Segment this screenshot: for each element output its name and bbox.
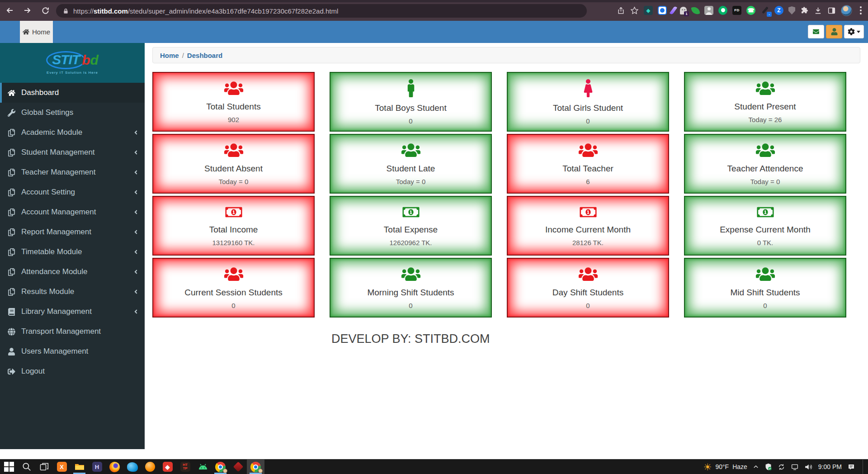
money-icon	[755, 205, 776, 221]
money-icon	[401, 205, 421, 221]
volume-icon[interactable]	[804, 463, 813, 471]
sidebar-item-attendance-module[interactable]: Attendance Module	[0, 262, 145, 282]
search-button[interactable]	[18, 460, 35, 474]
card-value: Today = 0	[750, 178, 780, 185]
chevron-left-icon	[134, 189, 138, 195]
stat-card: Total Expense 12620962 TK.	[330, 196, 492, 256]
card-title: Mid Shift Students	[730, 288, 800, 298]
address-bar[interactable]: https://stitbd.com/stedu/super_admin/ind…	[56, 4, 587, 18]
person-extension[interactable]	[704, 6, 713, 15]
green-circle-extension[interactable]	[718, 6, 727, 15]
windows-taskbar: XH◆HT TP ☀ 90°F Haze 9:00 PM	[0, 459, 868, 474]
weather-widget[interactable]: ☀ 90°F Haze	[703, 462, 747, 472]
download-icon[interactable]	[814, 6, 822, 15]
sidebar-item-academic-module[interactable]: Academic Module	[0, 123, 145, 142]
sidebar-item-report-management[interactable]: Report Management	[0, 222, 145, 242]
money-icon	[578, 205, 599, 221]
browser-menu-icon[interactable]	[860, 9, 862, 11]
sidebar-item-dashboard[interactable]: Dashboard	[0, 83, 145, 103]
side-panel-icon[interactable]	[827, 6, 836, 15]
bookmark-star-icon[interactable]	[630, 6, 639, 15]
sidebar-item-global-settings[interactable]: Global Settings	[0, 103, 145, 123]
sidebar-item-teacher-management[interactable]: Teacher Management	[0, 162, 145, 182]
extensions-puzzle-icon[interactable]	[800, 6, 809, 15]
shield-extension[interactable]	[788, 6, 795, 14]
copy-icon	[7, 149, 16, 156]
users-icon	[578, 142, 599, 160]
settings-button[interactable]	[844, 25, 864, 38]
fd-extension[interactable]: FD	[732, 6, 741, 15]
chrome-profile-badge	[223, 469, 227, 473]
breadcrumb: Home / Deshboard	[152, 47, 860, 63]
task-view-button[interactable]	[35, 460, 53, 474]
tray-chevron-up-icon[interactable]	[753, 464, 759, 470]
stat-card: Total Students 902	[152, 72, 315, 132]
users-icon	[401, 142, 421, 160]
card-value: 0	[409, 302, 412, 309]
ghost-extension[interactable]: 1	[680, 7, 687, 14]
sidebar-item-label: Teacher Management	[21, 168, 95, 177]
wrench-icon	[7, 109, 16, 117]
android-studio-icon[interactable]	[194, 460, 212, 474]
browser-profile-avatar[interactable]	[841, 5, 852, 16]
stat-card: Teacher Attendence Today = 0	[684, 134, 846, 194]
start-button[interactable]	[0, 460, 18, 474]
sidebar-item-timetable-module[interactable]: Timetable Module	[0, 242, 145, 262]
card-title: Expense Current Month	[720, 225, 811, 235]
http-tool-icon[interactable]: HT TP	[176, 460, 194, 474]
sidebar-item-results-module[interactable]: Results Module	[0, 282, 145, 302]
users-icon	[223, 142, 244, 160]
logo-d-text: d	[90, 53, 99, 67]
breadcrumb-home-link[interactable]: Home	[160, 52, 179, 59]
card-title: Student Late	[387, 164, 435, 174]
record-extension[interactable]	[658, 6, 667, 15]
sidebar-item-transport-management[interactable]: Transport Management	[0, 322, 145, 341]
orange-app-icon[interactable]	[141, 460, 159, 474]
editor-h-icon[interactable]: H	[88, 460, 106, 474]
xampp-icon[interactable]: X	[53, 460, 71, 474]
z-extension[interactable]: Z	[774, 6, 783, 15]
notification-center-icon[interactable]	[847, 463, 855, 471]
sidebar-item-student-management[interactable]: Student Management	[0, 142, 145, 162]
share-icon[interactable]	[617, 6, 625, 15]
network-icon[interactable]	[791, 463, 799, 471]
gear-icon	[848, 28, 855, 35]
chrome-profile1-icon[interactable]	[212, 460, 229, 474]
diamond-extension[interactable]: ◆	[644, 6, 653, 15]
show-desktop-button[interactable]	[863, 460, 865, 474]
sidebar-item-account-management[interactable]: Account Management	[0, 202, 145, 222]
ruby-app-icon[interactable]	[229, 460, 247, 474]
card-value: 12620962 TK.	[390, 239, 432, 246]
whatsapp-extension[interactable]: ☎	[746, 6, 755, 15]
lock-icon	[62, 8, 69, 14]
sidebar-item-users-management[interactable]: Users Management	[0, 341, 145, 361]
browser-reload-button[interactable]	[40, 5, 51, 16]
mysql-workbench-icon[interactable]	[123, 460, 141, 474]
profile-button[interactable]	[826, 25, 842, 38]
sidebar-item-library-management[interactable]: Library Management	[0, 302, 145, 322]
feather-extension[interactable]	[670, 6, 677, 15]
stat-card: Expense Current Month 0 TK.	[684, 196, 846, 256]
card-value: 13129160 TK.	[212, 239, 255, 246]
home-tab-label: Home	[32, 28, 50, 36]
chrome-profile2-icon[interactable]	[247, 460, 264, 474]
browser-back-button[interactable]	[5, 5, 15, 16]
stats-card-grid: Total Students 902 Total Boys Student 0 …	[152, 72, 846, 318]
taskbar-clock[interactable]: 9:00 PM	[818, 463, 842, 470]
red-app-icon[interactable]: ◆	[159, 460, 176, 474]
sidebar-item-account-setting[interactable]: Account Setting	[0, 182, 145, 202]
card-title: Day Shift Students	[552, 288, 623, 298]
home-tab[interactable]: Home	[20, 21, 53, 43]
color-picker-extension[interactable]: -	[760, 6, 769, 15]
sidebar-item-logout[interactable]: Logout	[0, 361, 145, 381]
green-leaf-extension[interactable]	[691, 6, 700, 15]
file-explorer-icon[interactable]	[71, 460, 88, 474]
firefox-icon[interactable]	[106, 460, 123, 474]
stat-card: Total Girls Student 0	[507, 72, 669, 132]
defender-shield-icon[interactable]	[764, 463, 772, 471]
browser-forward-button[interactable]	[22, 5, 33, 16]
messages-button[interactable]	[808, 25, 824, 38]
sidebar-item-label: Library Management	[21, 307, 92, 316]
sidebar: STITbd Every IT Solution Is Here Dashboa…	[0, 43, 145, 449]
sync-phone-icon[interactable]	[778, 463, 785, 471]
